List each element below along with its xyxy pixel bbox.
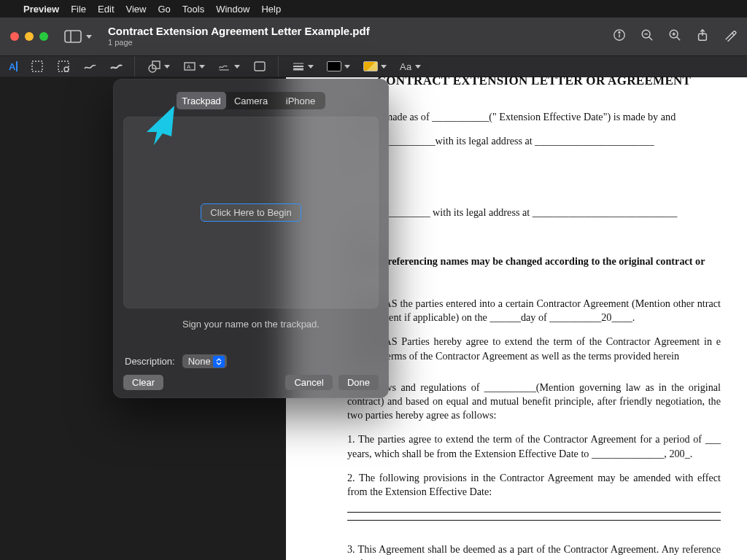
draw-tool[interactable]	[109, 60, 123, 73]
cancel-button[interactable]: Cancel	[285, 375, 332, 390]
minimize-window-button[interactable]	[25, 32, 34, 41]
signature-hint: Sign your name on the trackpad.	[123, 319, 379, 330]
sign-tool[interactable]	[218, 60, 240, 73]
doc-line: 1. The parties agree to extend the term …	[347, 432, 721, 460]
doc-line: ement is made as of ___________(" Extens…	[347, 110, 721, 124]
page-count-label: 1 page	[108, 38, 370, 47]
rect-selection-tool[interactable]	[31, 60, 44, 73]
svg-rect-0	[65, 31, 81, 42]
doc-line: _________________with its legal address …	[347, 134, 721, 148]
text-tool[interactable]: A	[183, 60, 205, 73]
doc-line: er"	[347, 158, 721, 172]
doc-line: e parties referencing names may be chang…	[347, 254, 721, 268]
menubar: Preview File Edit View Go Tools Window H…	[0, 0, 747, 18]
fill-color-menu[interactable]	[363, 61, 387, 71]
svg-line-9	[677, 37, 681, 41]
share-button[interactable]	[696, 28, 709, 44]
shapes-menu[interactable]	[148, 60, 170, 73]
menubar-view[interactable]: View	[126, 4, 147, 15]
doc-line: WHEREAS the parties entered into a certa…	[347, 297, 721, 324]
doc-line: WHEREAS Parties hereby agree to extend t…	[347, 335, 721, 362]
menubar-help[interactable]: Help	[261, 4, 281, 15]
svg-rect-14	[32, 61, 42, 71]
clear-button[interactable]: Clear	[123, 375, 163, 390]
updown-chevron-icon	[213, 356, 225, 368]
svg-rect-22	[255, 62, 265, 71]
svg-point-4	[619, 32, 620, 34]
text-selection-tool[interactable]: A	[9, 61, 18, 72]
description-label: Description:	[125, 356, 175, 367]
menubar-window[interactable]: Window	[216, 4, 249, 15]
stroke-color-menu[interactable]	[327, 61, 350, 71]
title-block: Contract Extension Agreement Letter Exam…	[108, 25, 370, 47]
menubar-file[interactable]: File	[71, 4, 86, 15]
doc-line: ________________ with its legal address …	[347, 206, 721, 219]
tab-trackpad[interactable]: Trackpad	[177, 92, 226, 109]
info-button[interactable]	[613, 28, 626, 44]
close-window-button[interactable]	[10, 32, 19, 41]
doc-line: )	[347, 273, 721, 287]
doc-line: actor"	[347, 230, 721, 244]
text-style-menu[interactable]: Aa	[400, 61, 421, 72]
window-controls	[10, 32, 48, 41]
note-tool[interactable]	[253, 60, 266, 73]
signature-source-tabs: Trackpad Camera iPhone	[177, 92, 325, 109]
description-select[interactable]: None	[182, 354, 227, 368]
begin-signature-button[interactable]: Click Here to Begin	[201, 203, 301, 222]
doc-line: 2. The following provisions in the Contr…	[347, 471, 721, 499]
svg-marker-26	[147, 106, 174, 145]
done-button[interactable]: Done	[338, 375, 379, 390]
zoom-window-button[interactable]	[39, 32, 48, 41]
menubar-go[interactable]: Go	[158, 4, 170, 15]
doc-heading: CONTRACT EXTENSION LETTER OR AGREEMENT	[347, 73, 721, 90]
line-weight-menu[interactable]	[292, 60, 314, 73]
annotation-arrow-cursor	[139, 103, 183, 147]
doc-line: 3. This Agreement shall be deemed as a p…	[347, 542, 721, 560]
menubar-edit[interactable]: Edit	[98, 4, 114, 15]
markup-button[interactable]	[724, 28, 737, 44]
sidebar-toggle-button[interactable]	[64, 29, 92, 44]
document-title: Contract Extension Agreement Letter Exam…	[108, 25, 370, 38]
svg-line-6	[649, 37, 653, 41]
svg-point-16	[64, 67, 69, 71]
doc-line: to the laws and regulations of _________…	[347, 381, 721, 423]
sketch-tool[interactable]	[83, 60, 96, 73]
zoom-out-button[interactable]	[640, 28, 654, 44]
tab-camera[interactable]: Camera	[226, 92, 276, 109]
svg-text:A: A	[187, 63, 191, 70]
doc-rule	[347, 512, 721, 513]
instant-alpha-tool[interactable]	[57, 60, 70, 73]
menubar-tools[interactable]: Tools	[182, 4, 204, 15]
tab-iphone[interactable]: iPhone	[276, 92, 325, 109]
window-titlebar: Contract Extension Agreement Letter Exam…	[0, 18, 747, 55]
chevron-down-icon	[83, 30, 92, 43]
zoom-in-button[interactable]	[668, 28, 681, 44]
doc-rule	[347, 520, 721, 521]
menubar-app[interactable]: Preview	[23, 4, 59, 15]
